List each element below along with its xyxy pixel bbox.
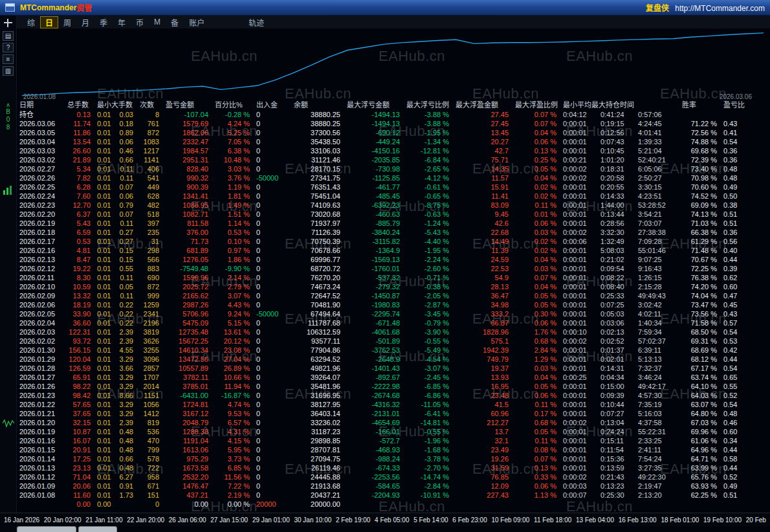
table-row[interactable]: 0.000.0000.000.00 %2000020000.00 bbox=[18, 500, 756, 509]
menu-item-备[interactable]: 备 bbox=[166, 16, 184, 28]
menu-item-综[interactable]: 综 bbox=[22, 16, 40, 28]
bar-chart-icon[interactable] bbox=[3, 185, 14, 195]
cell: 20.06 bbox=[66, 482, 96, 491]
table-row[interactable]: 2026.01.0811.600.011.73151437.212.19 %02… bbox=[18, 491, 756, 500]
grid-icon[interactable]: ▤ bbox=[3, 31, 14, 41]
table-row[interactable]: 2026.01.2698.220.013.2920143785.0111.94 … bbox=[18, 382, 756, 391]
col-header-min-max-lots[interactable]: 最小大手数 bbox=[96, 100, 138, 110]
table-row[interactable]: 2026.01.1910.870.010.485361288.384.31 %0… bbox=[18, 427, 756, 436]
bottom-tab[interactable] bbox=[17, 526, 76, 532]
cell: 0:14:31 bbox=[599, 364, 637, 373]
col-header-holding-time[interactable]: 最小平均最大持仓时间 bbox=[562, 100, 681, 110]
menu-item-币[interactable]: 币 bbox=[131, 16, 149, 28]
table-row[interactable]: 2026.02.206.370.010.075181082.711.51 %07… bbox=[18, 210, 756, 219]
col-header-balance[interactable]: 余额 bbox=[292, 100, 346, 110]
table-row[interactable]: 2026.03.0413.540.010.0610832332.477.05 %… bbox=[18, 137, 756, 146]
cell: 958 bbox=[138, 472, 164, 482]
table-row[interactable]: 2026.02.0293.720.012.39362615672.2520.12… bbox=[18, 337, 756, 346]
table-row[interactable]: 2026.01.1616.070.010.484701191.044.15 %0… bbox=[18, 436, 756, 445]
table-row[interactable]: 2026.02.1219.220.010.55883-7549.48-9.90 … bbox=[18, 264, 756, 273]
table-row[interactable]: 2026.02.0436.600.010.2221965475.095.15 %… bbox=[18, 318, 756, 327]
menu-item-M[interactable]: M bbox=[149, 17, 166, 27]
col-header-date[interactable]: 日期 bbox=[18, 100, 66, 110]
cell: -6431.00 bbox=[164, 391, 214, 400]
table-row[interactable]: 2026.02.186.590.010.27235376.000.53 %071… bbox=[18, 228, 756, 237]
help-icon[interactable]: ? bbox=[3, 43, 14, 52]
table-row[interactable]: 持仓0.130.010.038-107.04-0.28 %038880.25-1… bbox=[18, 110, 756, 119]
time-axis[interactable]: 16 Jan 202620 Jan 02:0021 Jan 11:0022 Ja… bbox=[0, 513, 770, 526]
cell: 0:25:30 bbox=[599, 491, 637, 500]
col-header-max-float-profit-pct[interactable]: 最大浮盈比例 bbox=[514, 100, 562, 110]
menu-item-日[interactable]: 日 bbox=[40, 16, 58, 28]
cell: 1083 bbox=[138, 137, 164, 146]
cell: 4.55 bbox=[115, 346, 138, 355]
table-row[interactable]: 2026.01.29120.040.013.29309613472.5627.0… bbox=[18, 355, 756, 364]
table-row[interactable]: 2026.02.0913.320.010.119992165.623.07 %0… bbox=[18, 291, 756, 300]
cell: 3.29 bbox=[115, 373, 138, 382]
col-header-percent[interactable]: 百分比% bbox=[214, 100, 255, 110]
table-row[interactable]: 2026.02.170.530.010.273171.730.10 %07075… bbox=[18, 237, 756, 246]
cell: 19.22 bbox=[66, 264, 96, 273]
table-row[interactable]: 2026.01.2398.420.018.661151-6431.00-16.8… bbox=[18, 391, 756, 400]
table-row[interactable]: 2026.01.0920.060.010.916711476.477.22 %0… bbox=[18, 482, 756, 491]
table-row[interactable]: 2026.03.0221.890.010.6611412951.3110.48 … bbox=[18, 155, 756, 164]
table-row[interactable]: 2026.02.275.340.010.11406828.403.03 %028… bbox=[18, 164, 756, 173]
table-row[interactable]: 2026.03.0611.740.010.187611579.694.24 %0… bbox=[18, 119, 756, 128]
equity-chart-panel[interactable]: 2026.01.08 2026.03.06 bbox=[17, 28, 770, 100]
table-row[interactable]: 2026.02.195.430.010.11397811.581.14 %071… bbox=[18, 219, 756, 228]
col-header-cashflow[interactable]: 出入金 bbox=[255, 100, 292, 110]
table-row[interactable]: 2026.02.267.820.010.11541990.323.76 %-50… bbox=[18, 173, 756, 183]
cell: 42.6 bbox=[454, 219, 514, 228]
col-header-pnl-amount[interactable]: 盈亏金额 bbox=[164, 100, 214, 110]
bottom-tab[interactable] bbox=[78, 526, 117, 532]
table-row[interactable]: 2026.02.247.600.010.066281341.411.81 %07… bbox=[18, 192, 756, 201]
table-row[interactable]: 2026.02.1010.590.010.058722025.722.79 %0… bbox=[18, 282, 756, 291]
cell: -460.63 bbox=[346, 210, 405, 219]
brand-url[interactable]: http://MTCommander.com bbox=[675, 4, 765, 13]
table-row[interactable]: 2026.02.0533.900.010.2223415706.969.24 %… bbox=[18, 309, 756, 318]
cell: 74673.24 bbox=[292, 282, 346, 291]
table-row[interactable]: 2026.01.2137.650.013.2914123167.129.53 %… bbox=[18, 409, 756, 418]
cell: 28.13 bbox=[454, 282, 514, 291]
menu-item-年[interactable]: 年 bbox=[113, 16, 131, 28]
cell: 66.38 % bbox=[681, 228, 722, 237]
menu-item-账户[interactable]: 账户 bbox=[184, 16, 210, 28]
panel-icon[interactable]: ▥ bbox=[3, 66, 14, 76]
move-icon[interactable] bbox=[3, 18, 14, 28]
cell: 0.49 bbox=[722, 482, 756, 491]
cell: 0.45 bbox=[722, 300, 756, 309]
col-header-total-lots[interactable]: 总手数 bbox=[66, 100, 96, 110]
col-header-winrate[interactable]: 胜率 bbox=[681, 100, 722, 110]
table-row[interactable]: 2026.03.0326.600.010.4612171984.576.38 %… bbox=[18, 146, 756, 155]
table-row[interactable]: 2026.02.03122.310.012.39381912735.4813.6… bbox=[18, 327, 756, 337]
menu-item-月[interactable]: 月 bbox=[76, 16, 94, 28]
table-row[interactable]: 2026.01.1323.130.010.487221673.586.85 %0… bbox=[18, 463, 756, 472]
table-row[interactable]: 2026.02.0618.190.010.2212592987.264.43 %… bbox=[18, 300, 756, 309]
menu-item-周[interactable]: 周 bbox=[58, 16, 76, 28]
table-row[interactable]: 2026.01.1417.250.010.66578975.293.73 %02… bbox=[18, 454, 756, 463]
col-header-pl-ratio[interactable]: 盈亏比 bbox=[722, 100, 756, 110]
panel-collapse-tab[interactable]: ∧ B08 bbox=[3, 102, 13, 134]
table-row[interactable]: 2026.01.2032.150.012.398192048.796.57 %0… bbox=[18, 418, 756, 427]
col-header-max-float-loss-pct[interactable]: 最大浮亏比例 bbox=[405, 100, 454, 110]
table-row[interactable]: 2026.01.28126.590.013.66285710557.8926.8… bbox=[18, 364, 756, 373]
col-header-count[interactable]: 次数 bbox=[138, 100, 164, 110]
table-row[interactable]: 2026.02.2312.700.010.794821088.951.49 %0… bbox=[18, 201, 756, 210]
waveform-icon[interactable] bbox=[3, 418, 14, 428]
table-row[interactable]: 2026.02.164.810.010.15298681.890.97 %070… bbox=[18, 246, 756, 255]
table-row[interactable]: 2026.01.1271.040.016.279582532.2011.56 %… bbox=[18, 472, 756, 482]
cell: 39264.07 bbox=[292, 373, 346, 382]
table-row[interactable]: 2026.02.118.300.010.116901596.962.14 %07… bbox=[18, 273, 756, 282]
table-row[interactable]: 2026.01.2765.910.013.2917073782.1110.66 … bbox=[18, 373, 756, 382]
col-header-max-float-loss[interactable]: 最大浮亏金额 bbox=[346, 100, 405, 110]
table-row[interactable]: 2026.03.0511.860.010.898721862.065.25 %0… bbox=[18, 128, 756, 137]
table-row[interactable]: 2026.02.256.280.010.07449900.391.19 %076… bbox=[18, 183, 756, 192]
col-header-max-float-profit[interactable]: 最大浮盈金额 bbox=[454, 100, 514, 110]
menu-item-季[interactable]: 季 bbox=[94, 16, 113, 28]
list-icon[interactable]: ≡ bbox=[3, 54, 14, 64]
menu-item-trajectory[interactable]: 轨迹 bbox=[243, 16, 269, 28]
table-row[interactable]: 2026.02.138.470.010.155661276.051.86 %06… bbox=[18, 255, 756, 264]
table-row[interactable]: 2026.01.30156.150.014.55325514610.3423.0… bbox=[18, 346, 756, 355]
table-row[interactable]: 2026.01.1520.910.010.487991613.065.95 %0… bbox=[18, 445, 756, 454]
table-row[interactable]: 2026.01.2257.650.013.2910561724.814.74 %… bbox=[18, 400, 756, 409]
